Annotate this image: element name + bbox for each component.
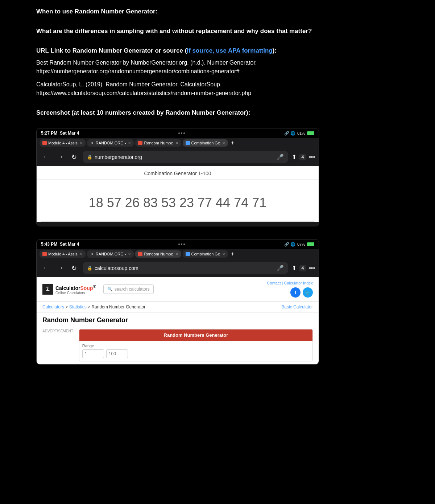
url-link-prefix: URL Link to Random Number Generator or s…	[36, 47, 187, 54]
sigma-icon: Σ	[42, 284, 53, 295]
tab-random-2[interactable]: R RANDOM.ORG - ✕	[87, 250, 134, 258]
time-1: 5:27 PM Sat Mar 4	[41, 131, 79, 136]
citation-2: CalculatorSoup, L. (2019). Random Number…	[36, 80, 337, 98]
tab-close-combo-1[interactable]: ✕	[222, 141, 225, 145]
tab-close-combo-2[interactable]: ✕	[222, 252, 225, 256]
page-h1: Random Number Generator	[37, 313, 319, 326]
mic-icon-2[interactable]: 🎤	[277, 265, 284, 271]
tab-numgen-2[interactable]: Random Numbe ✕	[135, 250, 181, 258]
tabs-count-2[interactable]: 4	[299, 265, 306, 271]
tab-label-combo-1: Combination Ge	[191, 141, 220, 145]
tab-label-module-2: Module 4 - Assis	[48, 252, 78, 256]
webpage-1: Combination Generator 1-100 18 57 26 83 …	[37, 166, 319, 222]
calculatorsoup-page: Σ CalculatorCalculatorSoupSoup® Online C…	[37, 277, 319, 364]
more-button-1[interactable]: •••	[309, 154, 315, 160]
tab-close-numgen-2[interactable]: ✕	[175, 252, 178, 256]
tab-add-2[interactable]: +	[231, 251, 234, 257]
url-link-title: URL Link to Random Number Generator or s…	[36, 46, 337, 55]
calculator-index-link[interactable]: Calculator Index	[284, 281, 313, 285]
search-icon: 🔍	[107, 287, 113, 292]
forward-button-1[interactable]: →	[55, 152, 66, 161]
browser-tabs-1: Module 4 - Assis ✕ R RANDOM.ORG - ✕ Rand…	[37, 138, 319, 148]
dot-1	[178, 132, 180, 134]
tab-close-module-1[interactable]: ✕	[80, 141, 83, 145]
range-label: Range	[82, 344, 310, 348]
tab-icon-numgen-1	[138, 141, 142, 145]
tab-close-random-2[interactable]: ✕	[128, 252, 131, 256]
dot-5	[181, 243, 182, 245]
range-to-input[interactable]	[106, 349, 128, 358]
breadcrumb-calculators[interactable]: Calculators	[42, 304, 64, 310]
tab-close-module-2[interactable]: ✕	[80, 252, 83, 256]
address-bar-2[interactable]: 🔒 calculatorsoup.com 🎤	[83, 262, 288, 274]
tab-icon-combo-1	[186, 141, 190, 145]
tab-random-1[interactable]: R RANDOM.ORG - ✕	[87, 139, 134, 147]
search-box[interactable]: 🔍 search calculators	[103, 284, 154, 294]
social-buttons: f 🐦	[290, 287, 313, 298]
apa-formatting-link[interactable]: If source, use APA formatting	[187, 47, 272, 54]
nav-actions-2: ⬆ 4 •••	[292, 265, 315, 271]
spacer-1	[36, 226, 337, 234]
webpage-header-1: Combination Generator 1-100	[37, 166, 319, 180]
basic-calculator-link[interactable]: Basic Calculator	[281, 304, 313, 310]
nav-actions-1: ⬆ 4 •••	[292, 153, 315, 160]
browser-nav-2: ← → ↻ 🔒 calculatorsoup.com 🎤 ⬆ 4 •••	[37, 259, 319, 277]
tab-module-2[interactable]: Module 4 - Assis ✕	[40, 250, 86, 258]
tab-label-combo-2: Combination Ge	[191, 252, 220, 256]
time-2: 5:43 PM Sat Mar 4	[41, 242, 79, 247]
tab-label-module-1: Module 4 - Assis	[48, 141, 78, 145]
battery-icon-1: 🔗 🌐	[284, 131, 295, 136]
share-button-1[interactable]: ⬆	[292, 153, 297, 160]
status-dots-1	[178, 132, 185, 134]
status-bar-1: 5:27 PM Sat Mar 4 🔗 🌐 81%	[37, 128, 319, 138]
address-bar-1[interactable]: 🔒 numbergenerator.org 🎤	[83, 151, 288, 163]
tabs-count-1[interactable]: 4	[299, 154, 306, 160]
dot-3	[183, 132, 185, 134]
reload-button-2[interactable]: ↻	[69, 263, 79, 273]
reload-button-1[interactable]: ↻	[69, 152, 79, 162]
status-bar-2: 5:43 PM Sat Mar 4 🔗 🌐 87%	[37, 239, 319, 249]
tab-icon-numgen-2	[138, 252, 142, 256]
browser-nav-1: ← → ↻ 🔒 numbergenerator.org 🎤 ⬆ 4 •••	[37, 148, 319, 166]
tab-add-1[interactable]: +	[231, 140, 234, 146]
facebook-button[interactable]: f	[290, 287, 301, 298]
contact-link[interactable]: Contact	[267, 281, 281, 285]
separator-1: >	[65, 304, 69, 310]
tab-label-random-1: RANDOM.ORG -	[96, 141, 126, 145]
breadcrumb-current: Random Number Generator	[91, 304, 145, 310]
screenshot-1: 5:27 PM Sat Mar 4 🔗 🌐 81% Module 4 - Ass…	[36, 128, 319, 226]
webpage-title-1: Combination Generator 1-100	[42, 171, 313, 176]
calc-soup-top-links: Contact | Calculator Index	[267, 281, 313, 285]
tab-label-random-2: RANDOM.ORG -	[96, 252, 126, 256]
calc-soup-logo: Σ CalculatorCalculatorSoupSoup® Online C…	[42, 284, 96, 295]
when-to-use-section: When to use Random Number Generator:	[36, 7, 337, 16]
tab-icon-random-2: R	[90, 252, 94, 256]
battery-percent-1: 81%	[297, 131, 305, 135]
back-button-1[interactable]: ←	[40, 152, 51, 161]
twitter-button[interactable]: 🐦	[303, 287, 313, 298]
breadcrumb-statistics[interactable]: Statistics	[69, 304, 87, 310]
ad-label: ADVERTISEMENT	[42, 329, 73, 361]
more-button-2[interactable]: •••	[309, 265, 315, 271]
tab-combo-2[interactable]: Combination Ge ✕	[183, 250, 228, 258]
screenshot-section-title: Screenshot (at least 10 numbers created …	[36, 108, 337, 117]
ad-section: ADVERTISEMENT Random Numbers Generator R…	[37, 326, 319, 364]
forward-button-2[interactable]: →	[55, 263, 66, 273]
tab-combo-1[interactable]: Combination Ge ✕	[183, 139, 228, 147]
mic-icon-1[interactable]: 🎤	[277, 153, 284, 160]
calc-soup-header: Σ CalculatorCalculatorSoupSoup® Online C…	[37, 277, 319, 302]
status-dots-2	[178, 243, 185, 245]
tab-close-random-1[interactable]: ✕	[128, 141, 131, 145]
dot-6	[183, 243, 185, 245]
tab-module-1[interactable]: Module 4 - Assis ✕	[40, 139, 86, 147]
range-from-input[interactable]	[82, 349, 104, 358]
tab-numgen-1[interactable]: Random Numbe ✕	[135, 139, 181, 147]
back-button-2[interactable]: ←	[40, 263, 51, 273]
dot-2	[181, 132, 182, 134]
tab-close-numgen-1[interactable]: ✕	[175, 141, 178, 145]
tab-icon-random-1: R	[90, 141, 94, 145]
when-to-use-title: When to use Random Number Generator:	[36, 7, 337, 16]
lock-icon-1: 🔒	[87, 155, 92, 160]
tab-icon-module-1	[42, 141, 47, 145]
share-button-2[interactable]: ⬆	[292, 265, 297, 271]
